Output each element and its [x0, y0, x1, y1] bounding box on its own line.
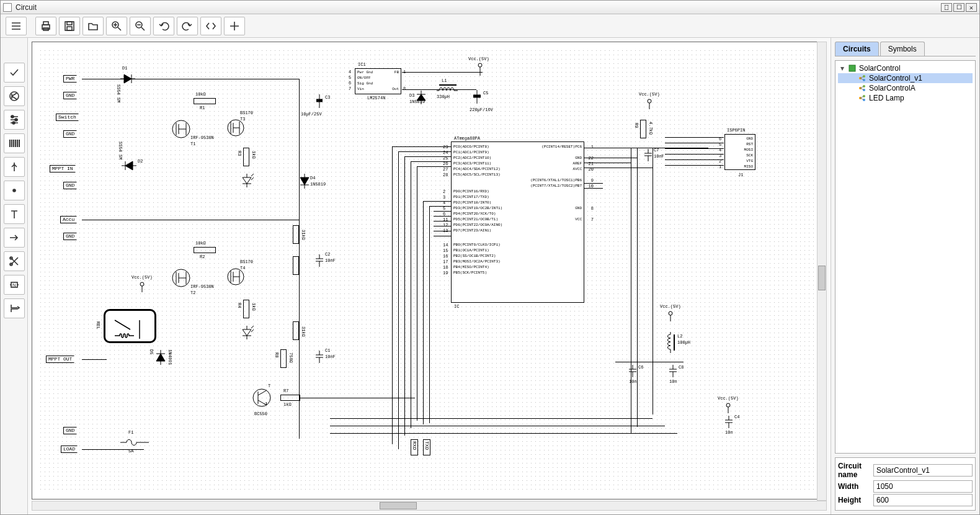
cap-c5[interactable] — [471, 89, 483, 106]
tab-circuits[interactable]: Circuits — [835, 42, 879, 56]
circuit-name-input[interactable] — [873, 464, 973, 477]
component-tool[interactable] — [4, 86, 25, 106]
ref-label: T1 — [190, 141, 195, 146]
tree-item[interactable]: SolarControl_v1 — [838, 73, 973, 83]
cap-c7[interactable] — [643, 148, 653, 163]
vertical-scrollbar[interactable] — [817, 42, 827, 501]
check-icon — [8, 66, 20, 79]
diode-d2[interactable] — [119, 159, 138, 172]
cut-tool[interactable] — [4, 251, 25, 271]
scroll-thumb[interactable] — [818, 266, 826, 290]
val-label: BC550 — [254, 411, 267, 416]
ref-label: C8 — [679, 365, 684, 370]
ic1-lm2574[interactable]: Pwr Gnd ON/OFF Sig Gnd Vin FB Out — [355, 68, 401, 94]
led-1[interactable] — [240, 172, 254, 190]
mosfet-t1[interactable] — [169, 117, 194, 141]
wire-tool[interactable] — [4, 157, 25, 177]
ic-atmega[interactable]: PC0(ADC0/PCINT8)23PC1(ADC1/PCINT9)24PC2(… — [451, 141, 584, 303]
cap-c3[interactable] — [314, 93, 324, 110]
relay[interactable] — [104, 309, 156, 343]
redo-button[interactable] — [177, 17, 198, 35]
circuit-icon — [858, 74, 866, 83]
print-button[interactable] — [35, 17, 56, 35]
resistor-r2[interactable] — [194, 247, 216, 253]
schematic: PWR GND Switch GND MPPT IN GND Accu GND … — [45, 55, 814, 486]
net-label[interactable]: GND — [63, 233, 77, 240]
resistor-r8[interactable] — [280, 349, 287, 368]
tree-root[interactable]: ▾ SolarControl — [838, 63, 973, 73]
text-tool[interactable] — [4, 204, 25, 224]
resistor-r1[interactable] — [194, 98, 216, 104]
resistor-r3[interactable] — [243, 148, 249, 166]
merge-tool[interactable] — [4, 298, 25, 318]
net-label[interactable]: PWR — [63, 75, 77, 83]
tab-symbols[interactable]: Symbols — [880, 42, 925, 56]
net-label[interactable]: LOAD — [61, 446, 78, 453]
circuit-tree[interactable]: ▾ SolarControl SolarControl_v1 SolarCont… — [835, 60, 976, 454]
save-button[interactable] — [59, 17, 80, 35]
inductor-l2[interactable] — [665, 331, 676, 356]
bjt-t5[interactable] — [251, 387, 273, 409]
junction-tool[interactable] — [4, 181, 25, 200]
net-label[interactable]: MPPT IN — [50, 165, 76, 172]
net-label[interactable]: GND — [63, 130, 77, 138]
menu-button[interactable] — [6, 17, 27, 35]
node-tool[interactable]: N — [4, 275, 25, 295]
resistor-r6-a[interactable] — [293, 256, 299, 275]
minimize-button[interactable]: ⎕ — [941, 3, 952, 12]
svg-point-22 — [253, 389, 270, 406]
mosfet-t2[interactable] — [169, 266, 194, 290]
fuse-f1[interactable] — [119, 436, 150, 449]
net-label[interactable]: TXD — [423, 439, 430, 455]
schematic-canvas[interactable]: PWR GND Switch GND MPPT IN GND Accu GND … — [32, 42, 827, 499]
expand-icon[interactable]: ▾ — [839, 64, 845, 73]
tree-item[interactable]: LED Lamp — [838, 93, 973, 103]
code-button[interactable] — [200, 17, 221, 35]
zoom-out-button[interactable] — [130, 17, 151, 35]
tree-item[interactable]: SolarControlA — [838, 83, 973, 93]
resistor-r5[interactable] — [293, 225, 299, 244]
svg-point-26 — [478, 63, 482, 67]
netlabel-tool[interactable] — [4, 228, 25, 248]
val-label: 10kΩ — [195, 241, 206, 246]
bus-tool[interactable] — [4, 133, 25, 153]
scroll-thumb[interactable] — [380, 502, 417, 509]
net-label[interactable]: Switch — [56, 114, 79, 121]
diode-d4[interactable] — [299, 172, 310, 192]
redo-icon — [181, 20, 194, 32]
inductor-l1[interactable] — [435, 83, 460, 94]
net-label[interactable]: GND — [63, 427, 77, 434]
resistor-r4[interactable] — [243, 300, 249, 318]
net-label[interactable]: RXD — [411, 439, 418, 455]
properties-panel: Circuit name Width Height — [835, 457, 976, 511]
led-2[interactable] — [240, 325, 254, 342]
ref-label: R7 — [283, 388, 288, 393]
maximize-button[interactable]: ☐ — [953, 3, 964, 12]
resistor-r6[interactable] — [293, 321, 299, 340]
properties-tool[interactable] — [4, 110, 25, 130]
cap-c2[interactable] — [314, 253, 324, 268]
resistor-r9[interactable] — [640, 120, 646, 138]
horizontal-scrollbar[interactable] — [32, 501, 827, 511]
cap-c1[interactable] — [314, 349, 324, 364]
cap-c4[interactable] — [724, 414, 734, 429]
net-label[interactable]: MPPT OUT — [46, 356, 74, 363]
zoom-in-button[interactable] — [106, 17, 127, 35]
diode-d5[interactable] — [155, 346, 166, 366]
cap-c8[interactable] — [668, 364, 678, 378]
width-input[interactable] — [873, 480, 973, 493]
cap-c6[interactable] — [628, 364, 638, 378]
close-button[interactable]: ⨉ — [966, 3, 977, 12]
diode-d1[interactable] — [119, 72, 138, 86]
net-label[interactable]: GND — [63, 92, 77, 99]
resistor-r7[interactable] — [280, 395, 300, 401]
crosshair-button[interactable] — [224, 17, 245, 35]
open-button[interactable] — [82, 17, 104, 35]
net-label[interactable]: Accu — [60, 216, 77, 223]
isp-connector[interactable]: GND6RST5MOSI4SCK3VTG2MISO1 — [724, 134, 755, 170]
ref-label: REL — [96, 321, 100, 329]
height-input[interactable] — [873, 494, 973, 506]
net-label[interactable]: GND — [63, 182, 77, 189]
undo-button[interactable] — [153, 17, 174, 35]
validate-tool[interactable] — [4, 63, 25, 83]
